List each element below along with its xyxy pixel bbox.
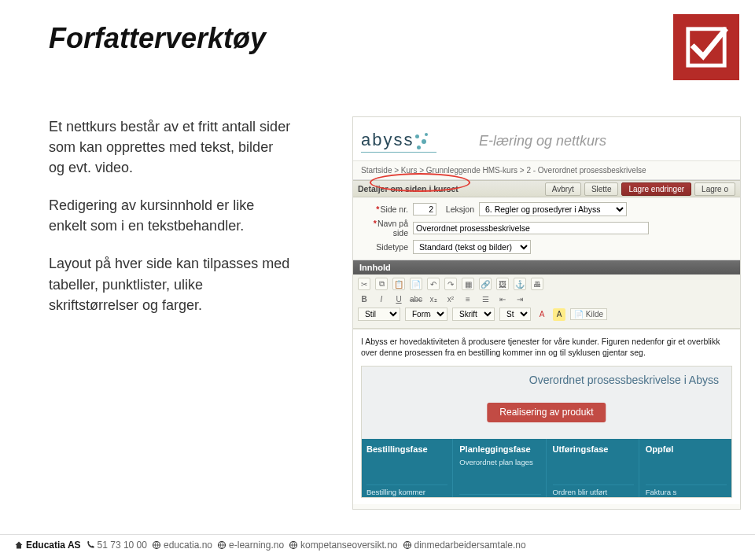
- page-footer: Educatia AS 51 73 10 00 educatia.no e-le…: [0, 534, 755, 551]
- checkmark-badge: [673, 14, 739, 80]
- style-select[interactable]: Stil: [358, 308, 400, 321]
- diagram-title: Overordnet prosessbeskrivelse i Abyss: [529, 373, 719, 388]
- source-button[interactable]: 📄 Kilde: [570, 308, 607, 320]
- size-select[interactable]: St...: [499, 308, 531, 321]
- page-title: Forfatterverktøy: [49, 22, 266, 55]
- table-icon[interactable]: ▦: [462, 278, 474, 290]
- description-column: Et nettkurs består av et fritt antall si…: [49, 116, 293, 333]
- footer-link[interactable]: e-learning.no: [229, 540, 284, 551]
- home-icon: [14, 540, 24, 550]
- diagram-col: Bestillingsfase Bestilling kommer: [362, 439, 453, 497]
- globe-icon: [152, 540, 161, 550]
- content-section-header: Innhold: [353, 260, 740, 274]
- link-icon[interactable]: 🔗: [479, 278, 492, 290]
- strike-icon[interactable]: abc: [410, 293, 422, 305]
- footer-link[interactable]: kompetanseoversikt.no: [300, 540, 397, 551]
- image-icon[interactable]: 🖼: [496, 278, 509, 290]
- footer-company: Educatia AS: [26, 540, 81, 551]
- font-select[interactable]: Skrift: [452, 308, 495, 321]
- globe-icon: [403, 540, 412, 550]
- detail-bar-title: Detaljer om siden i kurset: [358, 184, 459, 193]
- paragraph-2: Redigering av kursinnhold er like enkelt…: [49, 195, 293, 236]
- editor-toolbar: ✂ ⧉ 📋 📄 ↶ ↷ ▦ 🔗 🖼 ⚓ 🖶 B I U abc x₂ x² ≡ …: [353, 274, 740, 329]
- delete-button[interactable]: Slette: [584, 182, 619, 196]
- abyss-logo: abyss: [361, 130, 436, 153]
- save-button[interactable]: Lagre endringer: [621, 182, 691, 196]
- cancel-button[interactable]: Avbryt: [545, 182, 581, 196]
- editor-body[interactable]: I Abyss er hovedaktiviteten å produsere …: [353, 329, 740, 504]
- page-detail-form: *Side nr. Leksjon 6. Regler og prosedyre…: [353, 197, 740, 260]
- subscript-icon[interactable]: x₂: [427, 293, 440, 305]
- diagram-col-head: Oppføl: [646, 444, 727, 455]
- diagram-col-foot: [459, 494, 540, 497]
- diagram-col-head: Planleggingsfase: [459, 444, 540, 455]
- app-screenshot: abyss E-læring og nettkurs Startside > K…: [352, 116, 741, 510]
- numbered-list-icon[interactable]: ≡: [462, 293, 474, 305]
- diagram-col-foot: Faktura s: [646, 484, 727, 498]
- redo-icon[interactable]: ↷: [444, 278, 457, 290]
- italic-icon[interactable]: I: [375, 293, 388, 305]
- indent-icon[interactable]: ⇥: [514, 293, 526, 305]
- diagram-col-head: Bestillingsfase: [366, 444, 447, 455]
- diagram-col: Oppføl Faktura s: [641, 439, 731, 497]
- phone-icon: [86, 540, 95, 550]
- editor-paragraph: I Abyss er hovedaktiviteten å produsere …: [361, 336, 732, 358]
- navn-label: Navn på side: [378, 219, 408, 238]
- footer-phone: 51 73 10 00: [98, 540, 147, 551]
- bullet-list-icon[interactable]: ☰: [479, 293, 492, 305]
- save-other-button[interactable]: Lagre o: [694, 182, 735, 196]
- diagram-col: Utføringsfase Ordren blir utført: [548, 439, 639, 497]
- leksjon-label: Leksjon: [436, 204, 479, 214]
- diagram-col-head: Utføringsfase: [553, 444, 634, 455]
- copy-icon[interactable]: ⧉: [375, 278, 388, 290]
- outdent-icon[interactable]: ⇤: [496, 293, 509, 305]
- print-icon[interactable]: 🖶: [531, 278, 543, 290]
- sidetype-label: Sidetype: [358, 242, 413, 252]
- globe-icon: [289, 540, 298, 550]
- bg-color-icon[interactable]: A: [553, 308, 565, 321]
- paste-text-icon[interactable]: 📄: [410, 278, 422, 290]
- anchor-icon[interactable]: ⚓: [514, 278, 526, 290]
- checkbox-check-icon: [683, 24, 729, 70]
- diagram-band: Realisering av produkt: [487, 403, 606, 422]
- logo-text: abyss: [361, 130, 414, 150]
- diagram-col-foot: Bestilling kommer: [366, 484, 447, 498]
- text-color-icon[interactable]: A: [536, 308, 548, 321]
- diagram-col-sub: Overordnet plan lages: [459, 458, 540, 468]
- globe-icon: [217, 540, 226, 550]
- breadcrumb[interactable]: Startside > Kurs > Grunnleggende HMS-kur…: [353, 161, 740, 180]
- process-diagram: Overordnet prosessbeskrivelse i Abyss Re…: [361, 366, 732, 498]
- diagram-col-foot: Ordren blir utført: [553, 484, 634, 498]
- underline-icon[interactable]: U: [392, 293, 405, 305]
- footer-link[interactable]: dinmedarbeidersamtale.no: [414, 540, 526, 551]
- format-select[interactable]: Format: [405, 308, 447, 321]
- side-nr-label: Side nr.: [380, 204, 408, 214]
- logo-dots-icon: [414, 133, 431, 150]
- side-nr-input[interactable]: [413, 203, 436, 216]
- sidetype-select[interactable]: Standard (tekst og bilder): [413, 240, 531, 254]
- cut-icon[interactable]: ✂: [358, 278, 370, 290]
- navn-input[interactable]: [413, 222, 649, 234]
- app-tagline: E-læring og nettkurs: [479, 133, 606, 149]
- leksjon-select[interactable]: 6. Regler og prosedyrer i Abyss: [479, 202, 627, 216]
- detail-bar: Detaljer om siden i kurset Avbryt Slette…: [353, 180, 740, 197]
- paragraph-3: Layout på hver side kan tilpasses med ta…: [49, 253, 293, 315]
- undo-icon[interactable]: ↶: [427, 278, 440, 290]
- superscript-icon[interactable]: x²: [444, 293, 457, 305]
- diagram-col: Planleggingsfase Overordnet plan lages: [455, 439, 546, 497]
- app-header: abyss E-læring og nettkurs: [353, 117, 740, 161]
- paragraph-1: Et nettkurs består av et fritt antall si…: [49, 116, 293, 178]
- bold-icon[interactable]: B: [358, 293, 370, 305]
- footer-link[interactable]: educatia.no: [164, 540, 212, 551]
- paste-icon[interactable]: 📋: [392, 278, 405, 290]
